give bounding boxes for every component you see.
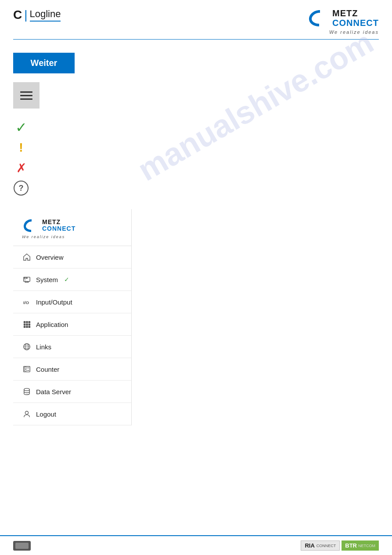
footer-left	[13, 541, 31, 551]
sidebar-metz-icon	[22, 218, 39, 233]
home-icon	[22, 252, 32, 262]
sidebar-link-system[interactable]: System ✓	[13, 268, 131, 290]
metz-connect-icon	[307, 8, 329, 28]
sidebar-item-io[interactable]: I/O Input/Output	[13, 291, 131, 313]
sidebar-counter-label: Counter	[36, 366, 59, 373]
system-check-icon: ✓	[64, 276, 69, 283]
btr-sub-text: NETCOM	[358, 544, 375, 548]
question-circle-icon: ?	[14, 181, 29, 196]
sidebar-io-label: Input/Output	[36, 298, 72, 306]
svg-rect-10	[29, 321, 31, 323]
sidebar-connect-text: CONNECT	[42, 225, 76, 232]
sidebar-overview-label: Overview	[36, 254, 64, 261]
svg-rect-3	[24, 279, 26, 280]
menu-button[interactable]	[13, 82, 40, 109]
weiter-button[interactable]: Weiter	[13, 53, 75, 73]
sidebar-metz-text: METZ	[42, 219, 76, 225]
sidebar-link-data-server[interactable]: Data Server	[13, 381, 131, 403]
sidebar-data-server-label: Data Server	[36, 388, 71, 395]
svg-rect-24	[25, 370, 27, 371]
menu-bar-3	[20, 98, 32, 100]
svg-rect-16	[29, 326, 31, 328]
checkmark-icon: ✓	[15, 119, 27, 136]
sidebar-item-overview[interactable]: Overview	[13, 246, 131, 268]
content-row: METZ CONNECT We realize ideas Overview	[13, 209, 379, 425]
btr-badge: BTR NETCOM	[342, 540, 379, 551]
svg-rect-15	[26, 326, 28, 328]
counter-icon	[22, 364, 32, 374]
database-icon	[22, 387, 32, 396]
sidebar-link-overview[interactable]: Overview	[13, 246, 131, 268]
svg-point-28	[25, 411, 28, 414]
sidebar-item-system[interactable]: System ✓	[13, 268, 131, 291]
mc-connect-text: CONNECT	[332, 18, 379, 28]
sidebar-link-links[interactable]: Links	[13, 336, 131, 358]
sidebar-item-counter[interactable]: Counter	[13, 358, 131, 381]
sidebar-link-application[interactable]: Application	[13, 313, 131, 335]
logo-pipe: |	[24, 8, 27, 22]
sidebar-links-label: Links	[36, 343, 51, 351]
status-icons-group: ✓ ! ✗ ?	[13, 120, 379, 196]
sidebar-application-label: Application	[36, 321, 68, 328]
sidebar-nav: Overview System ✓	[13, 246, 131, 425]
sidebar-link-logout[interactable]: Logout	[13, 403, 131, 425]
footer: RIA CONNECT BTR NETCOM	[0, 535, 392, 555]
ria-sub-text: CONNECT	[316, 544, 336, 548]
svg-rect-23	[25, 367, 27, 369]
main-content: Weiter ✓ ! ✗ ?	[0, 40, 392, 439]
ria-text: RIA	[305, 542, 314, 549]
svg-rect-13	[29, 323, 31, 326]
svg-point-27	[24, 388, 30, 391]
warning-status-icon: !	[13, 140, 29, 156]
svg-rect-11	[24, 323, 26, 326]
header: C | Logline METZ CONNECT We realize idea…	[0, 0, 392, 39]
svg-rect-9	[26, 321, 28, 323]
sidebar-item-application[interactable]: Application	[13, 313, 131, 336]
svg-rect-12	[26, 323, 28, 326]
svg-rect-14	[24, 326, 26, 328]
ria-badge: RIA CONNECT	[301, 540, 340, 551]
sidebar: METZ CONNECT We realize ideas Overview	[13, 209, 132, 425]
sidebar-item-logout[interactable]: Logout	[13, 403, 131, 425]
logo-logline-text: Logline	[30, 8, 61, 22]
globe-icon	[22, 342, 32, 352]
io-icon: I/O	[22, 297, 32, 307]
menu-bar-2	[20, 95, 32, 96]
sidebar-logo: METZ CONNECT We realize ideas	[13, 209, 131, 246]
clogline-logo: C | Logline	[13, 8, 61, 22]
check-status-icon: ✓	[13, 120, 29, 135]
sidebar-item-links[interactable]: Links	[13, 336, 131, 358]
sidebar-link-io[interactable]: I/O Input/Output	[13, 291, 131, 313]
sidebar-system-label: System	[36, 276, 58, 283]
sidebar-link-counter[interactable]: Counter	[13, 358, 131, 380]
svg-text:I/O: I/O	[23, 300, 29, 305]
svg-rect-1	[24, 278, 26, 279]
svg-rect-8	[24, 321, 26, 323]
sidebar-item-data-server[interactable]: Data Server	[13, 381, 131, 403]
sidebar-tagline: We realize ideas	[22, 235, 122, 239]
metz-connect-header-logo: METZ CONNECT We realize ideas	[307, 8, 379, 35]
btr-text: BTR	[345, 542, 357, 549]
menu-bar-1	[20, 91, 32, 93]
sidebar-logout-label: Logout	[36, 410, 56, 418]
exclamation-icon: !	[19, 141, 23, 155]
xmark-icon: ✗	[16, 161, 26, 175]
application-icon	[22, 319, 32, 329]
system-icon	[22, 275, 32, 284]
footer-right: RIA CONNECT BTR NETCOM	[301, 540, 379, 551]
error-status-icon: ✗	[13, 160, 29, 176]
logout-icon	[22, 409, 32, 419]
logo-c-letter: C	[13, 8, 22, 22]
footer-icon-inner	[15, 543, 29, 549]
footer-device-icon	[13, 541, 31, 551]
mc-tagline-text: We realize ideas	[329, 29, 379, 35]
unknown-status-icon: ?	[13, 180, 29, 196]
svg-rect-2	[26, 278, 28, 279]
mc-metz-text: METZ	[332, 8, 379, 18]
